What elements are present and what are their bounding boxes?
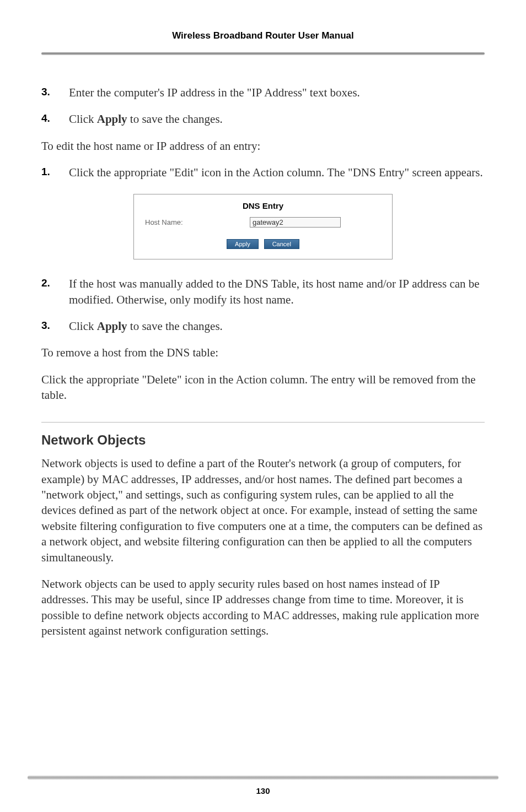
- dns-entry-title: DNS Entry: [145, 201, 381, 210]
- paragraph: Click the appropriate "Delete" icon in t…: [41, 372, 485, 403]
- list-item: 3. Enter the computer's IP address in th…: [41, 85, 485, 100]
- host-name-label: Host Name:: [145, 218, 250, 226]
- list-item: 2. If the host was manually added to the…: [41, 276, 485, 307]
- footer-divider: [28, 776, 498, 779]
- apply-button[interactable]: Apply: [227, 239, 259, 249]
- list-number: 3.: [41, 85, 69, 100]
- list-content: If the host was manually added to the DN…: [69, 276, 485, 307]
- list-content: Enter the computer's IP address in the "…: [69, 85, 485, 100]
- list-content: Click Apply to save the changes.: [69, 111, 485, 127]
- paragraph: To edit the host name or IP address of a…: [41, 138, 485, 154]
- page-header-title: Wireless Broadband Router User Manual: [41, 30, 485, 41]
- list-content: Click the appropriate "Edit" icon in the…: [69, 165, 485, 180]
- paragraph: Network objects is used to define a part…: [41, 456, 485, 565]
- list-number: 4.: [41, 111, 69, 127]
- header-divider: [41, 52, 485, 55]
- page-footer: 130: [0, 776, 526, 812]
- dns-entry-screenshot: DNS Entry Host Name: Apply Cancel: [133, 194, 393, 259]
- section-divider: [41, 422, 485, 423]
- cancel-button[interactable]: Cancel: [264, 239, 299, 249]
- list-number: 1.: [41, 165, 69, 180]
- paragraph: To remove a host from the DNS table:: [41, 345, 485, 360]
- list-number: 3.: [41, 318, 69, 334]
- list-item: 4. Click Apply to save the changes.: [41, 111, 485, 127]
- list-item: 1. Click the appropriate "Edit" icon in …: [41, 165, 485, 180]
- list-item: 3. Click Apply to save the changes.: [41, 318, 485, 334]
- list-content: Click Apply to save the changes.: [69, 318, 485, 334]
- page-number: 130: [0, 786, 526, 812]
- section-heading: Network Objects: [41, 432, 485, 448]
- button-row: Apply Cancel: [145, 239, 381, 249]
- dns-entry-row: Host Name:: [145, 217, 381, 228]
- host-name-input[interactable]: [250, 217, 341, 228]
- list-number: 2.: [41, 276, 69, 307]
- paragraph: Network objects can be used to apply sec…: [41, 576, 485, 638]
